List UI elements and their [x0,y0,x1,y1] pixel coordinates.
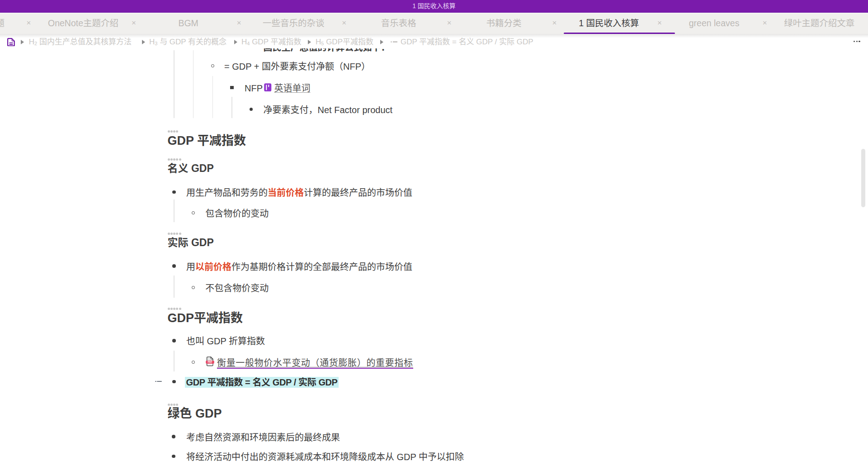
svg-text:PDF: PDF [208,361,212,363]
